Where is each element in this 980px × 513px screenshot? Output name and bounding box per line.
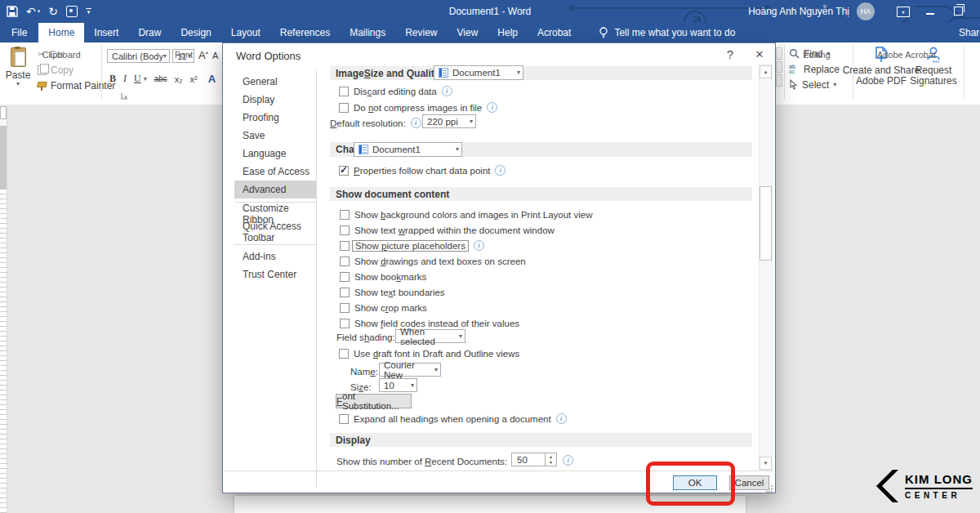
superscript-button[interactable]: x²	[190, 74, 198, 84]
checkbox-unchecked[interactable]	[340, 256, 350, 266]
tab-layout[interactable]: Layout	[221, 23, 270, 42]
section-show-document-content: Show document content	[330, 187, 752, 201]
tab-home[interactable]: Home	[38, 23, 84, 42]
clipboard-dialog-launcher-icon[interactable]	[121, 92, 128, 100]
replace-button[interactable]: abac Replace	[789, 62, 840, 76]
scroll-thumb[interactable]	[760, 186, 772, 261]
restore-button[interactable]	[954, 7, 963, 16]
checkbox-unchecked[interactable]	[340, 272, 350, 282]
tab-help[interactable]: Help	[488, 23, 528, 42]
sidebar-item-display[interactable]: Display	[234, 91, 316, 109]
checkbox-expand-headings[interactable]: Expand all headings when opening a docum…	[339, 413, 567, 425]
checkbox-unchecked[interactable]	[340, 241, 350, 251]
ribbon-display-options-icon[interactable]: ▾	[897, 7, 910, 17]
tab-references[interactable]: References	[270, 23, 340, 42]
tab-mailings[interactable]: Mailings	[340, 23, 395, 42]
focus-outline: Show picture placeholders	[352, 240, 469, 252]
sidebar-item-language[interactable]: Language	[234, 145, 316, 163]
tab-draw[interactable]: Draw	[128, 23, 171, 42]
format-painter-button[interactable]: Format Painter	[38, 78, 115, 92]
chevron-down-icon: ▾	[411, 382, 414, 389]
default-resolution-row: Default resolution: i	[330, 117, 421, 129]
checkbox-no-compress-images[interactable]: Do not compress images in file i	[339, 101, 497, 114]
spinner-arrows[interactable]: ▴▾	[545, 453, 556, 466]
tab-insert[interactable]: Insert	[84, 23, 128, 42]
text-effects-button[interactable]: A	[208, 73, 216, 85]
font-substitution-button[interactable]: Font Substitution...	[336, 394, 412, 408]
recent-documents-spinner[interactable]: 50 ▴▾	[511, 453, 557, 466]
info-icon: i	[474, 240, 484, 251]
checkbox-unchecked[interactable]	[340, 319, 350, 328]
checkbox-show-crop-marks[interactable]: Show crop marks	[340, 301, 427, 314]
tab-acrobat[interactable]: Acrobat	[528, 23, 581, 42]
lightbulb-icon	[599, 27, 608, 38]
checkbox-properties-follow-chart[interactable]: ✓ Properties follow chart data point i	[339, 164, 506, 176]
copy-icon	[38, 65, 47, 75]
draft-font-size-combo[interactable]: 10 ▾	[379, 378, 417, 392]
checkbox-unchecked[interactable]	[339, 349, 349, 359]
tell-me-box[interactable]: Tell me what you want to do	[589, 23, 745, 42]
field-shading-combo[interactable]: When selected ▾	[395, 329, 466, 343]
checkbox-show-background[interactable]: Show background colors and images in Pri…	[340, 208, 593, 221]
sidebar-item-trust-center[interactable]: Trust Center	[234, 265, 316, 283]
checkbox-unchecked[interactable]	[339, 103, 349, 113]
group-divider	[964, 45, 964, 99]
strikethrough-button[interactable]: abc	[154, 74, 167, 83]
checkbox-unchecked[interactable]	[339, 414, 349, 424]
checkbox-discard-editing-data[interactable]: Discard editing data i	[339, 85, 452, 97]
dialog-close-button[interactable]: ✕	[751, 48, 768, 65]
tab-review[interactable]: Review	[395, 23, 447, 42]
tab-file[interactable]: File	[0, 23, 38, 42]
paste-clipboard-icon	[11, 47, 26, 67]
italic-button[interactable]: I	[123, 73, 127, 85]
sidebar-item-quick-access-toolbar[interactable]: Quick Access Toolbar	[234, 223, 316, 241]
scroll-down-button[interactable]: ▾	[760, 457, 772, 470]
sidebar-item-general[interactable]: General	[234, 73, 316, 91]
bold-button[interactable]: B	[109, 73, 116, 85]
dialog-help-button[interactable]: ?	[721, 47, 739, 64]
default-resolution-combo[interactable]: 220 ppi ▾	[422, 114, 476, 128]
tab-view[interactable]: View	[448, 23, 488, 42]
checkbox-unchecked[interactable]	[340, 288, 350, 297]
checkbox-show-text-boundaries[interactable]: Show text boundaries	[340, 286, 445, 298]
field-shading-label: Field shading:	[336, 331, 395, 343]
scroll-up-button[interactable]: ▴	[760, 65, 772, 78]
checkbox-show-bookmarks[interactable]: Show bookmarks	[340, 270, 426, 283]
minimize-button[interactable]	[926, 13, 934, 15]
checkbox-checked[interactable]: ✓	[339, 166, 349, 176]
sidebar-item-proofing[interactable]: Proofing	[234, 109, 316, 127]
word-options-dialog: Word Options ? ✕ General Display Proofin…	[222, 42, 776, 493]
checkbox-unchecked[interactable]	[340, 210, 350, 220]
chevron-down-icon: ▾	[470, 118, 473, 125]
checkbox-show-drawings[interactable]: Show drawings and text boxes on screen	[340, 255, 526, 267]
checkbox-unchecked[interactable]	[340, 225, 350, 235]
checkbox-unchecked[interactable]	[339, 87, 349, 96]
sidebar-item-advanced[interactable]: Advanced	[234, 181, 316, 199]
account-name[interactable]: Hoàng Anh Nguyễn Thị	[719, 6, 849, 17]
checkbox-use-draft-font[interactable]: Use draft font in Draft and Outline view…	[339, 347, 519, 359]
subscript-button[interactable]: x₂	[175, 74, 183, 84]
section-display: Display	[330, 433, 752, 447]
resize-grip[interactable]	[765, 484, 773, 493]
checkbox-show-picture-placeholders[interactable]: Show picture placeholders i	[340, 239, 484, 252]
adobe-acrobat-group-label: Adobe Acrobat	[867, 50, 946, 60]
sidebar-item-save[interactable]: Save	[234, 127, 316, 145]
underline-button[interactable]: U	[134, 73, 141, 85]
sidebar-item-ease-of-access[interactable]: Ease of Access	[234, 163, 316, 181]
avatar[interactable]: HA	[857, 2, 875, 20]
draft-font-name-combo[interactable]: Courier New ▾	[379, 363, 441, 377]
select-button[interactable]: Select ▾	[789, 78, 836, 91]
chart-document-combo[interactable]: Document1 ▾	[354, 142, 462, 157]
underline-caret-icon[interactable]: ▾	[144, 76, 147, 83]
share-button[interactable]: Share	[956, 25, 980, 40]
checkbox-show-text-wrapped[interactable]: Show text wrapped within the document wi…	[340, 224, 555, 236]
image-quality-document-combo[interactable]: Document1 ▾	[434, 65, 523, 80]
dialog-scrollbar[interactable]: ▴ ▾	[759, 65, 773, 471]
tab-design[interactable]: Design	[171, 23, 220, 42]
checkbox-unchecked[interactable]	[340, 303, 350, 313]
cancel-button[interactable]: Cancel	[729, 475, 769, 490]
sidebar-item-add-ins[interactable]: Add-ins	[234, 248, 316, 265]
ok-button[interactable]: OK	[673, 475, 717, 490]
document-page[interactable]	[234, 496, 746, 513]
copy-button[interactable]: Copy	[38, 63, 74, 77]
